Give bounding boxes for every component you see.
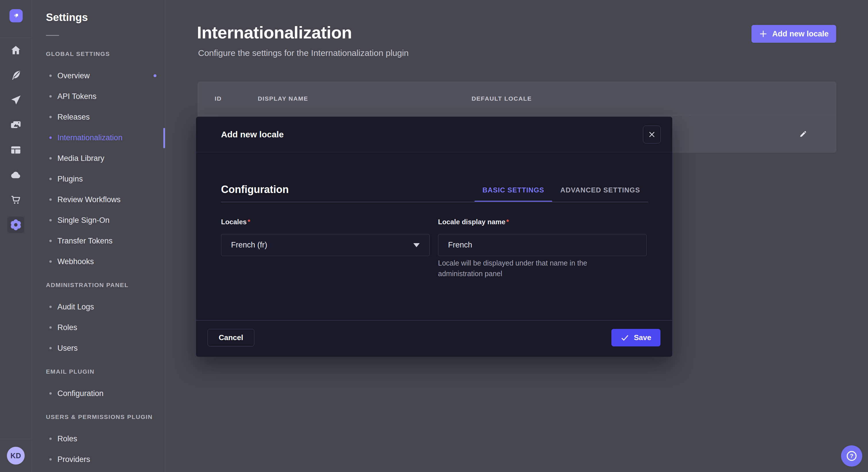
nav-section-administration-panel: ADMINISTRATION PANELAudit LogsRolesUsers <box>32 279 165 359</box>
tabs-divider <box>221 202 648 202</box>
display-name-label-text: Locale display name <box>438 218 505 226</box>
sidebar-item-roles[interactable]: Roles <box>32 317 165 338</box>
add-new-locale-button[interactable]: Add new locale <box>751 25 836 43</box>
sidebar-item-label: API Tokens <box>57 92 96 101</box>
modal-header: Add new locale <box>196 117 672 152</box>
gear-icon <box>10 219 22 231</box>
sidebar-item-roles[interactable]: Roles <box>32 429 165 449</box>
sidebar-item-webhooks[interactable]: Webhooks <box>32 251 165 272</box>
bullet-icon <box>50 95 52 98</box>
required-asterisk: * <box>505 218 509 226</box>
settings-active-tile <box>7 216 24 233</box>
sidebar-item-label: Transfer Tokens <box>57 237 113 245</box>
avatar[interactable]: KD <box>7 447 25 465</box>
sidebar-item-label: Single Sign-On <box>57 216 110 225</box>
nav-section-users-permissions-plugin: USERS & PERMISSIONS PLUGINRolesProviders <box>32 411 165 470</box>
check-icon <box>621 334 629 342</box>
feather-icon <box>10 69 22 81</box>
rail-divider <box>0 439 32 439</box>
pictures-icon <box>10 119 22 131</box>
locales-select-value: French (fr) <box>231 241 413 249</box>
home-icon <box>10 44 22 56</box>
nav-home[interactable] <box>0 38 32 63</box>
nav-media-library[interactable] <box>0 112 32 137</box>
bullet-icon <box>50 157 52 160</box>
settings-sidebar-title: Settings <box>46 11 88 24</box>
nav-releases[interactable] <box>0 88 32 112</box>
configuration-heading: Configuration <box>221 183 289 196</box>
modal-footer: Cancel Save <box>196 320 672 357</box>
table-header-row: IDDISPLAY NAMEDEFAULT LOCALE <box>198 82 836 115</box>
sidebar-item-label: Webhooks <box>57 257 94 266</box>
edit-locale-button[interactable] <box>797 128 809 140</box>
sidebar-item-review-workflows[interactable]: Review Workflows <box>32 189 165 210</box>
strapi-logo-icon <box>12 12 20 20</box>
sidebar-item-media-library[interactable]: Media Library <box>32 148 165 169</box>
subnav-scrollbar-thumb[interactable] <box>163 128 165 148</box>
bullet-icon <box>50 240 52 242</box>
sidebar-item-audit-logs[interactable]: Audit Logs <box>32 297 165 317</box>
sidebar-item-api-tokens[interactable]: API Tokens <box>32 86 165 107</box>
sidebar-item-releases[interactable]: Releases <box>32 107 165 127</box>
sidebar-item-label: Roles <box>57 434 77 443</box>
sidebar-item-configuration[interactable]: Configuration <box>32 383 165 404</box>
sidebar-item-transfer-tokens[interactable]: Transfer Tokens <box>32 231 165 251</box>
bullet-icon <box>50 136 52 139</box>
sidebar-item-users[interactable]: Users <box>32 338 165 359</box>
question-mark-icon: ? <box>845 450 858 462</box>
sidebar-item-label: Roles <box>57 323 77 332</box>
bullet-icon <box>50 219 52 222</box>
main-nav-rail: KD <box>0 0 32 472</box>
save-button[interactable]: Save <box>611 329 660 346</box>
paper-plane-icon <box>10 94 22 106</box>
locale-display-name-input[interactable] <box>438 234 647 256</box>
nav-content-manager[interactable] <box>0 63 32 88</box>
chevron-down-icon <box>413 243 420 247</box>
sidebar-item-providers[interactable]: Providers <box>32 449 165 470</box>
locales-label-text: Locales <box>221 218 247 226</box>
bullet-icon <box>50 74 52 77</box>
bullet-icon <box>50 306 52 308</box>
settings-nav-sections: GLOBAL SETTINGSOverviewAPI TokensRelease… <box>32 48 165 470</box>
bullet-icon <box>50 392 52 395</box>
strapi-logo[interactable] <box>9 9 23 22</box>
sidebar-item-internationalization[interactable]: Internationalization <box>32 127 165 148</box>
nav-section-label: USERS & PERMISSIONS PLUGIN <box>46 411 165 423</box>
notification-dot <box>154 74 156 77</box>
layout-icon <box>10 144 22 156</box>
help-button[interactable]: ? <box>841 445 862 467</box>
column-header-id: ID <box>215 82 222 115</box>
sidebar-item-label: Media Library <box>57 154 104 163</box>
sidebar-item-overview[interactable]: Overview <box>32 65 165 86</box>
pencil-icon <box>799 129 808 139</box>
add-new-locale-label: Add new locale <box>772 30 829 38</box>
page-subtitle: Configure the settings for the Internati… <box>198 48 409 58</box>
page-title: Internationalization <box>197 24 352 42</box>
nav-section-global-settings: GLOBAL SETTINGSOverviewAPI TokensRelease… <box>32 48 165 272</box>
nav-section-label: EMAIL PLUGIN <box>46 366 165 377</box>
cancel-button[interactable]: Cancel <box>208 329 254 346</box>
tab-advanced-settings[interactable]: ADVANCED SETTINGS <box>552 187 648 194</box>
nav-marketplace[interactable] <box>0 187 32 212</box>
tab-basic-settings[interactable]: BASIC SETTINGS <box>474 187 552 194</box>
sidebar-item-label: Internationalization <box>57 133 123 142</box>
sidebar-item-single-sign-on[interactable]: Single Sign-On <box>32 210 165 231</box>
plus-icon <box>759 30 768 38</box>
nav-section-label: GLOBAL SETTINGS <box>46 48 165 60</box>
nav-settings[interactable] <box>0 212 32 237</box>
close-button[interactable] <box>643 126 661 143</box>
sidebar-item-label: Review Workflows <box>57 195 121 204</box>
bullet-icon <box>50 326 52 329</box>
sidebar-item-label: Releases <box>57 113 90 122</box>
locales-select[interactable]: French (fr) <box>221 234 430 256</box>
cloud-icon <box>10 169 22 181</box>
bullet-icon <box>50 438 52 440</box>
bullet-icon <box>50 347 52 349</box>
nav-cloud[interactable] <box>0 162 32 187</box>
sidebar-item-label: Providers <box>57 455 90 464</box>
nav-content-type-builder[interactable] <box>0 137 32 162</box>
sidebar-item-plugins[interactable]: Plugins <box>32 169 165 189</box>
display-name-field-label: Locale display name* <box>438 217 509 226</box>
add-new-locale-modal: Add new locale Configuration BASIC SETTI… <box>196 117 672 357</box>
nav-section-email-plugin: EMAIL PLUGINConfiguration <box>32 366 165 404</box>
